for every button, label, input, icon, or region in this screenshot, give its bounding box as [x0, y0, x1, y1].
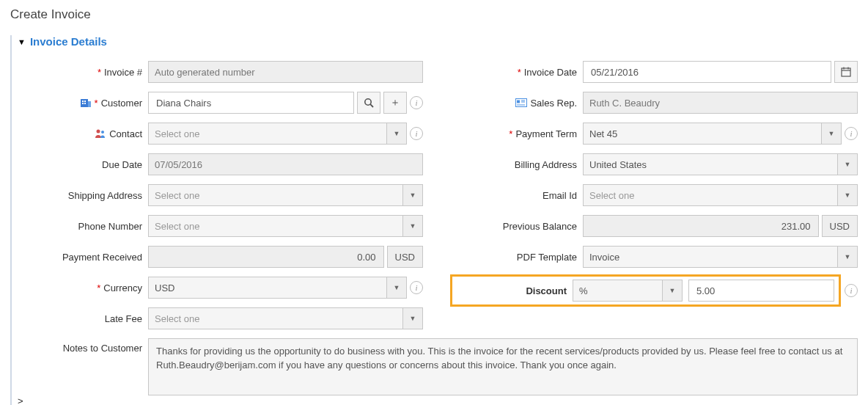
- discount-label: Discount: [457, 285, 567, 296]
- previous-balance-field: [583, 215, 819, 237]
- contact-label: Contact: [18, 128, 142, 139]
- chevron-down-icon: ▼: [402, 215, 423, 237]
- currency-info-icon[interactable]: i: [410, 281, 423, 294]
- contact-info-icon[interactable]: i: [410, 127, 423, 140]
- invoice-date-label: *Invoice Date: [452, 67, 577, 78]
- due-date-label: Due Date: [18, 159, 142, 170]
- invoice-date-picker-button[interactable]: [834, 61, 858, 83]
- svg-rect-5: [88, 101, 91, 107]
- svg-line-7: [370, 104, 373, 107]
- billing-address-select[interactable]: United States ▼: [583, 153, 858, 175]
- discount-info-icon[interactable]: i: [845, 284, 858, 297]
- chevron-down-icon: ▼: [402, 184, 423, 206]
- chevron-down-icon: ▼: [18, 37, 26, 46]
- notes-label: Notes to Customer: [18, 338, 142, 354]
- payment-term-info-icon[interactable]: i: [845, 127, 858, 140]
- invoice-number-label: *Invoice #: [18, 67, 142, 78]
- email-label: Email Id: [452, 190, 577, 201]
- plus-icon: ＋: [390, 96, 400, 109]
- chevron-down-icon: ▼: [837, 153, 858, 175]
- shipping-address-label: Shipping Address: [18, 190, 142, 201]
- contact-select[interactable]: Select one ▼: [148, 123, 407, 145]
- svg-rect-4: [84, 103, 86, 104]
- discount-value-input[interactable]: [688, 280, 834, 302]
- search-icon: [364, 98, 374, 108]
- chevron-down-icon: ▼: [386, 277, 407, 299]
- svg-rect-10: [842, 68, 850, 76]
- payment-term-select[interactable]: Net 45 ▼: [583, 123, 842, 145]
- invoice-number-field: Auto generated number: [148, 61, 423, 83]
- page-title: Create Invoice: [10, 7, 858, 22]
- currency-label: *Currency: [18, 282, 142, 293]
- section-toggle[interactable]: ▼ Invoice Details: [18, 35, 858, 48]
- svg-point-6: [365, 99, 371, 105]
- chevron-down-icon: ▼: [837, 184, 858, 206]
- notes-textarea[interactable]: [148, 338, 858, 395]
- id-card-icon: [515, 98, 527, 108]
- pdf-template-label: PDF Template: [452, 252, 577, 263]
- phone-label: Phone Number: [18, 221, 142, 232]
- svg-rect-1: [82, 101, 84, 102]
- chevron-down-icon: ▼: [662, 280, 683, 302]
- customer-label: *Customer: [18, 98, 142, 109]
- customer-add-button[interactable]: ＋: [383, 92, 407, 114]
- email-select[interactable]: Select one ▼: [583, 184, 858, 206]
- pdf-template-select[interactable]: Invoice ▼: [583, 246, 858, 268]
- chevron-down-icon: ▼: [386, 123, 407, 145]
- discount-type-select[interactable]: % ▼: [573, 280, 683, 302]
- discount-highlight: Discount % ▼: [450, 274, 841, 307]
- calendar-icon: [841, 67, 851, 77]
- billing-address-label: Billing Address: [452, 159, 577, 170]
- chevron-down-icon: ▼: [402, 307, 423, 329]
- chevron-down-icon: ▼: [821, 123, 842, 145]
- invoice-details-section: ▼ Invoice Details *Invoice # Auto genera…: [10, 35, 858, 405]
- sales-rep-label: Sales Rep.: [452, 98, 577, 109]
- building-icon: [80, 98, 92, 108]
- section-title: Invoice Details: [30, 35, 107, 48]
- payment-received-field: [148, 246, 384, 268]
- svg-rect-3: [82, 103, 84, 104]
- invoice-date-input[interactable]: [583, 61, 831, 83]
- chevron-down-icon: ▼: [837, 246, 858, 268]
- due-date-field: 07/05/2016: [148, 153, 423, 175]
- payment-term-label: *Payment Term: [452, 128, 577, 139]
- svg-point-9: [101, 131, 104, 134]
- late-fee-select[interactable]: Select one ▼: [148, 307, 423, 329]
- payment-received-unit: USD: [387, 246, 423, 268]
- currency-select[interactable]: USD ▼: [148, 277, 407, 299]
- svg-rect-15: [517, 101, 520, 103]
- shipping-address-select[interactable]: Select one ▼: [148, 184, 423, 206]
- customer-input[interactable]: [148, 92, 354, 114]
- late-fee-label: Late Fee: [18, 313, 142, 324]
- people-icon: [95, 128, 106, 139]
- phone-select[interactable]: Select one ▼: [148, 215, 423, 237]
- previous-balance-unit: USD: [822, 215, 858, 237]
- sales-rep-field: Ruth C. Beaudry: [583, 92, 858, 114]
- payment-received-label: Payment Received: [18, 252, 142, 263]
- svg-rect-2: [84, 101, 86, 102]
- svg-point-8: [97, 130, 100, 134]
- customer-lookup-button[interactable]: [357, 92, 380, 114]
- customer-info-icon[interactable]: i: [410, 96, 423, 109]
- previous-balance-label: Previous Balance: [452, 221, 577, 232]
